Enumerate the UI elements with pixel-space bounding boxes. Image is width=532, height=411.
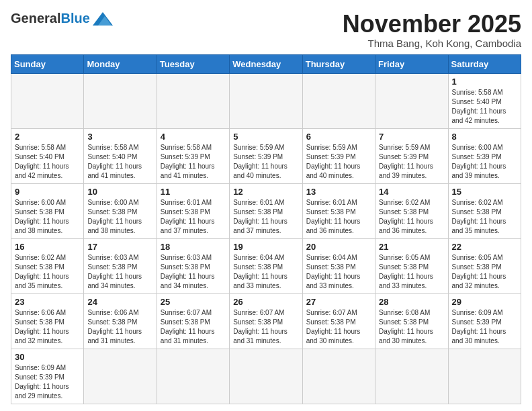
- day-cell-25: 25Sunrise: 6:07 AMSunset: 5:38 PMDayligh…: [157, 293, 229, 349]
- empty-cell: [302, 349, 375, 404]
- day-number: 17: [87, 242, 152, 252]
- title-area: November 2025 Thma Bang, Koh Kong, Cambo…: [343, 11, 521, 49]
- day-info: Sunrise: 6:01 AMSunset: 5:38 PMDaylight:…: [161, 198, 226, 236]
- empty-cell: [157, 73, 229, 128]
- day-cell-4: 4Sunrise: 5:58 AMSunset: 5:39 PMDaylight…: [157, 128, 229, 183]
- logo-text: GeneralBlue: [11, 11, 90, 26]
- day-cell-27: 27Sunrise: 6:07 AMSunset: 5:38 PMDayligh…: [302, 293, 375, 349]
- day-info: Sunrise: 6:00 AMSunset: 5:39 PMDaylight:…: [452, 143, 517, 181]
- day-info: Sunrise: 6:06 AMSunset: 5:38 PMDaylight:…: [15, 308, 80, 346]
- weekday-header-wednesday: Wednesday: [230, 54, 302, 73]
- calendar-table: SundayMondayTuesdayWednesdayThursdayFrid…: [11, 54, 521, 404]
- day-number: 21: [379, 242, 444, 252]
- day-number: 20: [306, 242, 371, 252]
- day-info: Sunrise: 6:00 AMSunset: 5:38 PMDaylight:…: [15, 198, 80, 236]
- day-cell-17: 17Sunrise: 6:03 AMSunset: 5:38 PMDayligh…: [84, 238, 157, 293]
- day-info: Sunrise: 6:02 AMSunset: 5:38 PMDaylight:…: [452, 198, 517, 236]
- day-number: 18: [161, 242, 226, 252]
- day-info: Sunrise: 6:04 AMSunset: 5:38 PMDaylight:…: [306, 253, 371, 291]
- empty-cell: [375, 73, 448, 128]
- day-cell-10: 10Sunrise: 6:00 AMSunset: 5:38 PMDayligh…: [84, 183, 157, 238]
- calendar-row: 9Sunrise: 6:00 AMSunset: 5:38 PMDaylight…: [11, 183, 521, 238]
- day-info: Sunrise: 5:59 AMSunset: 5:39 PMDaylight:…: [306, 143, 371, 181]
- day-number: 28: [379, 297, 444, 307]
- day-info: Sunrise: 6:02 AMSunset: 5:38 PMDaylight:…: [15, 253, 80, 291]
- weekday-header-tuesday: Tuesday: [157, 54, 229, 73]
- day-cell-9: 9Sunrise: 6:00 AMSunset: 5:38 PMDaylight…: [11, 183, 84, 238]
- day-info: Sunrise: 6:05 AMSunset: 5:38 PMDaylight:…: [379, 253, 444, 291]
- day-info: Sunrise: 5:59 AMSunset: 5:39 PMDaylight:…: [379, 143, 444, 181]
- day-number: 27: [306, 297, 371, 307]
- empty-cell: [84, 73, 157, 128]
- day-cell-6: 6Sunrise: 5:59 AMSunset: 5:39 PMDaylight…: [302, 128, 375, 183]
- day-number: 23: [15, 297, 80, 307]
- day-cell-19: 19Sunrise: 6:04 AMSunset: 5:38 PMDayligh…: [230, 238, 302, 293]
- day-cell-11: 11Sunrise: 6:01 AMSunset: 5:38 PMDayligh…: [157, 183, 229, 238]
- day-number: 15: [452, 187, 517, 197]
- weekday-header-sunday: Sunday: [11, 54, 84, 73]
- day-number: 10: [87, 187, 152, 197]
- day-info: Sunrise: 6:00 AMSunset: 5:38 PMDaylight:…: [87, 198, 152, 236]
- empty-cell: [157, 349, 229, 404]
- empty-cell: [230, 349, 302, 404]
- day-number: 3: [87, 132, 152, 142]
- day-number: 26: [233, 297, 298, 307]
- day-number: 2: [15, 132, 80, 142]
- day-number: 12: [233, 187, 298, 197]
- empty-cell: [230, 73, 302, 128]
- empty-cell: [302, 73, 375, 128]
- day-number: 19: [233, 242, 298, 252]
- day-info: Sunrise: 6:01 AMSunset: 5:38 PMDaylight:…: [306, 198, 371, 236]
- day-number: 29: [452, 297, 517, 307]
- day-info: Sunrise: 6:04 AMSunset: 5:38 PMDaylight:…: [233, 253, 298, 291]
- day-cell-12: 12Sunrise: 6:01 AMSunset: 5:38 PMDayligh…: [230, 183, 302, 238]
- weekday-header-friday: Friday: [375, 54, 448, 73]
- day-number: 25: [161, 297, 226, 307]
- day-cell-5: 5Sunrise: 5:59 AMSunset: 5:39 PMDaylight…: [230, 128, 302, 183]
- day-info: Sunrise: 6:03 AMSunset: 5:38 PMDaylight:…: [87, 253, 152, 291]
- day-cell-3: 3Sunrise: 5:58 AMSunset: 5:40 PMDaylight…: [84, 128, 157, 183]
- calendar-row: 23Sunrise: 6:06 AMSunset: 5:38 PMDayligh…: [11, 293, 521, 349]
- calendar-row: 2Sunrise: 5:58 AMSunset: 5:40 PMDaylight…: [11, 128, 521, 183]
- day-cell-30: 30Sunrise: 6:09 AMSunset: 5:39 PMDayligh…: [11, 349, 84, 404]
- day-info: Sunrise: 5:59 AMSunset: 5:39 PMDaylight:…: [233, 143, 298, 181]
- day-number: 16: [15, 242, 80, 252]
- day-cell-16: 16Sunrise: 6:02 AMSunset: 5:38 PMDayligh…: [11, 238, 84, 293]
- day-number: 4: [161, 132, 226, 142]
- weekday-header-row: SundayMondayTuesdayWednesdayThursdayFrid…: [11, 54, 521, 73]
- day-number: 14: [379, 187, 444, 197]
- day-info: Sunrise: 6:05 AMSunset: 5:38 PMDaylight:…: [452, 253, 517, 291]
- weekday-header-saturday: Saturday: [448, 54, 521, 73]
- calendar-row: 1Sunrise: 5:58 AMSunset: 5:40 PMDaylight…: [11, 73, 521, 128]
- day-cell-22: 22Sunrise: 6:05 AMSunset: 5:38 PMDayligh…: [448, 238, 521, 293]
- day-cell-2: 2Sunrise: 5:58 AMSunset: 5:40 PMDaylight…: [11, 128, 84, 183]
- day-info: Sunrise: 6:07 AMSunset: 5:38 PMDaylight:…: [306, 308, 371, 346]
- day-number: 22: [452, 242, 517, 252]
- day-cell-15: 15Sunrise: 6:02 AMSunset: 5:38 PMDayligh…: [448, 183, 521, 238]
- day-info: Sunrise: 6:09 AMSunset: 5:39 PMDaylight:…: [452, 308, 517, 346]
- day-number: 13: [306, 187, 371, 197]
- day-cell-29: 29Sunrise: 6:09 AMSunset: 5:39 PMDayligh…: [448, 293, 521, 349]
- day-cell-23: 23Sunrise: 6:06 AMSunset: 5:38 PMDayligh…: [11, 293, 84, 349]
- weekday-header-monday: Monday: [84, 54, 157, 73]
- day-cell-7: 7Sunrise: 5:59 AMSunset: 5:39 PMDaylight…: [375, 128, 448, 183]
- day-cell-20: 20Sunrise: 6:04 AMSunset: 5:38 PMDayligh…: [302, 238, 375, 293]
- month-title: November 2025: [343, 11, 521, 38]
- day-info: Sunrise: 5:58 AMSunset: 5:40 PMDaylight:…: [15, 143, 80, 181]
- logo: GeneralBlue: [11, 11, 113, 26]
- day-cell-21: 21Sunrise: 6:05 AMSunset: 5:38 PMDayligh…: [375, 238, 448, 293]
- day-cell-28: 28Sunrise: 6:08 AMSunset: 5:38 PMDayligh…: [375, 293, 448, 349]
- day-number: 1: [452, 77, 517, 87]
- day-cell-14: 14Sunrise: 6:02 AMSunset: 5:38 PMDayligh…: [375, 183, 448, 238]
- day-info: Sunrise: 5:58 AMSunset: 5:40 PMDaylight:…: [87, 143, 152, 181]
- page-header: GeneralBlue November 2025 Thma Bang, Koh…: [11, 11, 521, 49]
- day-info: Sunrise: 6:06 AMSunset: 5:38 PMDaylight:…: [87, 308, 152, 346]
- day-number: 7: [379, 132, 444, 142]
- day-number: 9: [15, 187, 80, 197]
- empty-cell: [11, 73, 84, 128]
- day-cell-8: 8Sunrise: 6:00 AMSunset: 5:39 PMDaylight…: [448, 128, 521, 183]
- day-cell-24: 24Sunrise: 6:06 AMSunset: 5:38 PMDayligh…: [84, 293, 157, 349]
- day-number: 11: [161, 187, 226, 197]
- day-info: Sunrise: 6:08 AMSunset: 5:38 PMDaylight:…: [379, 308, 444, 346]
- empty-cell: [375, 349, 448, 404]
